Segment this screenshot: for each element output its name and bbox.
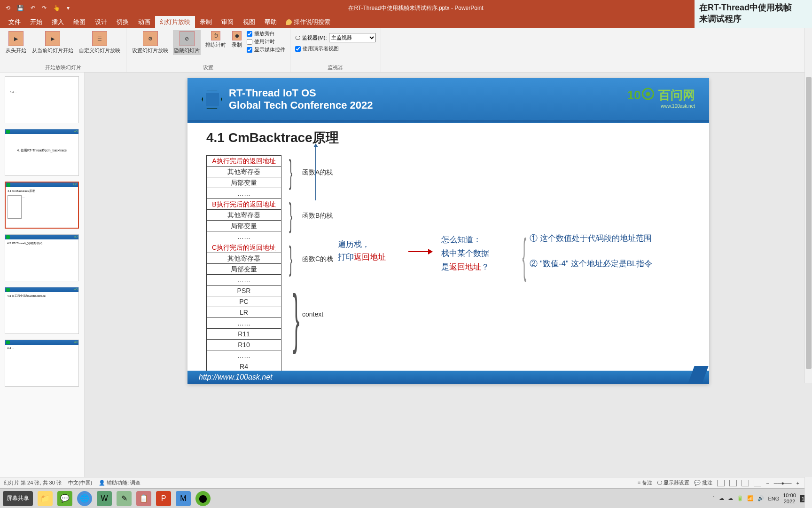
normal-view-icon[interactable] bbox=[717, 480, 725, 486]
reading-view-icon[interactable] bbox=[742, 480, 749, 486]
custom-slideshow-button[interactable]: ☰自定义幻灯片放映 bbox=[78, 30, 121, 55]
from-beginning-button[interactable]: ▶从头开始 bbox=[5, 30, 27, 55]
group-monitors: 监视器 bbox=[295, 63, 376, 71]
thumb-5[interactable]: IoO4.3 在工程中添加CmBacktrace bbox=[5, 287, 79, 334]
touch-icon[interactable]: 👆 bbox=[53, 5, 60, 11]
rehearse-button[interactable]: ⏱排练计时 bbox=[204, 30, 227, 49]
setup-button[interactable]: ⚙设置幻灯片放映 bbox=[131, 30, 169, 55]
thumb-1[interactable]: 5.4 ... bbox=[5, 76, 79, 123]
app-icon-1[interactable]: W bbox=[97, 491, 112, 506]
tab-insert[interactable]: 插入 bbox=[47, 16, 69, 28]
brace-icon: { bbox=[523, 229, 526, 283]
conference-title: RT-Thread IoT OS Global Tech Conference … bbox=[229, 87, 373, 112]
tab-transitions[interactable]: 切换 bbox=[112, 16, 133, 28]
question-text: 怎么知道： 栈中某个数据 是返回地址？ bbox=[441, 233, 489, 274]
save-icon[interactable]: 💾 bbox=[17, 5, 24, 11]
slide-thumbnails[interactable]: 5.4 ... IoO4. 使用RT-Thread的cm_backtrace I… bbox=[0, 72, 85, 477]
group-start: 开始放映幻灯片 bbox=[5, 63, 121, 71]
undo-icon[interactable]: ↶ bbox=[31, 5, 35, 11]
slide-footer: http://www.100ask.net bbox=[187, 371, 709, 384]
hex-logo-icon bbox=[202, 89, 222, 110]
tray-lang[interactable]: ENG bbox=[768, 496, 779, 501]
wechat-icon[interactable]: 💬 bbox=[57, 491, 72, 506]
thumb-4[interactable]: IoO4.2 RT-Thread已移植好代码 bbox=[5, 234, 79, 281]
red-arrow-icon bbox=[408, 251, 432, 252]
tab-design[interactable]: 设计 bbox=[90, 16, 112, 28]
bulb-icon bbox=[286, 19, 292, 25]
tab-file[interactable]: 文件 bbox=[4, 16, 25, 28]
zoom-out-icon[interactable]: − bbox=[766, 480, 769, 486]
screen-share-button[interactable]: 屏幕共享 bbox=[3, 491, 33, 506]
tray-wifi-icon[interactable]: 📶 bbox=[747, 495, 754, 501]
slideshow-view-icon[interactable] bbox=[754, 480, 761, 486]
zoom-slider[interactable]: ──●── bbox=[774, 480, 792, 486]
tab-record[interactable]: 录制 bbox=[195, 16, 217, 28]
app-icon-4[interactable]: M bbox=[176, 491, 191, 506]
tray-cloud-icon[interactable]: ☁ bbox=[719, 495, 724, 501]
monitor-icon: 🖵 bbox=[295, 35, 300, 40]
autosave-icon[interactable]: ⟲ bbox=[6, 5, 10, 11]
group-setup: 设置 bbox=[131, 63, 285, 71]
slide-canvas[interactable]: RT-Thread IoT OS Global Tech Conference … bbox=[187, 78, 709, 384]
from-current-button[interactable]: ▶从当前幻灯片开始 bbox=[31, 30, 74, 55]
arrow-up-icon bbox=[315, 144, 316, 200]
tab-view[interactable]: 视图 bbox=[238, 16, 260, 28]
window-title: 在RT-Thread中使用栈帧来调试程序.pptx - PowerPoint bbox=[70, 4, 762, 12]
presenter-view-check[interactable]: 使用演示者视图 bbox=[295, 45, 376, 52]
tab-review[interactable]: 审阅 bbox=[217, 16, 238, 28]
language-indicator[interactable]: 中文(中国) bbox=[68, 479, 92, 486]
tray-volume-icon[interactable]: 🔊 bbox=[757, 495, 764, 501]
browser-icon[interactable]: 🌐 bbox=[77, 491, 92, 506]
tab-draw[interactable]: 绘图 bbox=[69, 16, 90, 28]
tab-start[interactable]: 开始 bbox=[25, 16, 47, 28]
hide-slide-button[interactable]: ⊘隐藏幻灯片 bbox=[173, 30, 201, 55]
slide-title: 4.1 CmBacktrace原理 bbox=[206, 129, 690, 147]
slide-counter: 幻灯片 第 24 张, 共 30 张 bbox=[4, 479, 62, 486]
timings-check[interactable]: 使用计时 bbox=[247, 38, 285, 45]
answer-text: ① 这个数值处于代码段的地址范围 ② "数值-4" 这个地址必定是BL指令 bbox=[530, 232, 652, 283]
display-settings-button[interactable]: 🖵 显示器设置 bbox=[657, 479, 689, 486]
app-icon-2[interactable]: ✎ bbox=[117, 491, 132, 506]
app-icon-5[interactable]: ⬤ bbox=[195, 491, 211, 506]
traverse-text: 遍历栈， 打印返回地址 bbox=[338, 238, 386, 263]
tray-chevron-icon[interactable]: ˄ bbox=[712, 495, 715, 501]
powerpoint-icon[interactable]: P bbox=[156, 491, 171, 506]
accessibility-indicator[interactable]: 👤 辅助功能: 调查 bbox=[99, 479, 141, 486]
tab-slideshow[interactable]: 幻灯片放映 bbox=[155, 16, 195, 28]
sponsor-logo: 10⦿ 百问网 www.100ask.net bbox=[627, 87, 695, 109]
thumb-6[interactable]: IoO4.4 ... bbox=[5, 340, 79, 387]
slide-header: RT-Thread IoT OS Global Tech Conference … bbox=[187, 78, 709, 120]
media-check[interactable]: 显示媒体控件 bbox=[247, 46, 285, 53]
tray-clock[interactable]: 10:00 2022 bbox=[783, 492, 796, 504]
slide-scrollbar[interactable] bbox=[804, 72, 812, 383]
tray-battery-icon[interactable]: 🔋 bbox=[737, 495, 743, 501]
tab-help[interactable]: 帮助 bbox=[260, 16, 281, 28]
tray-onedrive-icon[interactable]: ☁ bbox=[728, 495, 733, 501]
tell-me[interactable]: 操作说明搜索 bbox=[281, 16, 335, 28]
monitor-select[interactable]: 主监视器 bbox=[329, 33, 376, 42]
notes-button[interactable]: ≡ 备注 bbox=[638, 479, 652, 486]
narration-check[interactable]: 播放旁白 bbox=[247, 30, 285, 37]
sorter-view-icon[interactable] bbox=[729, 480, 737, 486]
zoom-in-icon[interactable]: + bbox=[796, 480, 799, 486]
explorer-icon[interactable]: 📁 bbox=[38, 491, 53, 506]
tab-animations[interactable]: 动画 bbox=[133, 16, 155, 28]
comments-button[interactable]: 💬 批注 bbox=[694, 479, 712, 486]
thumb-3-selected[interactable]: IoO4.1 CmBacktrace原理... bbox=[5, 182, 79, 229]
redo-icon[interactable]: ↷ bbox=[42, 5, 47, 11]
app-icon-3[interactable]: 📋 bbox=[136, 491, 151, 506]
video-title-overlay: 在RT-Thread中使用栈帧 来调试程序 bbox=[695, 0, 812, 28]
monitor-label: 监视器(M): bbox=[302, 34, 327, 41]
thumb-2[interactable]: IoO4. 使用RT-Thread的cm_backtrace bbox=[5, 129, 79, 176]
record-button[interactable]: ⏺录制 bbox=[231, 30, 243, 49]
